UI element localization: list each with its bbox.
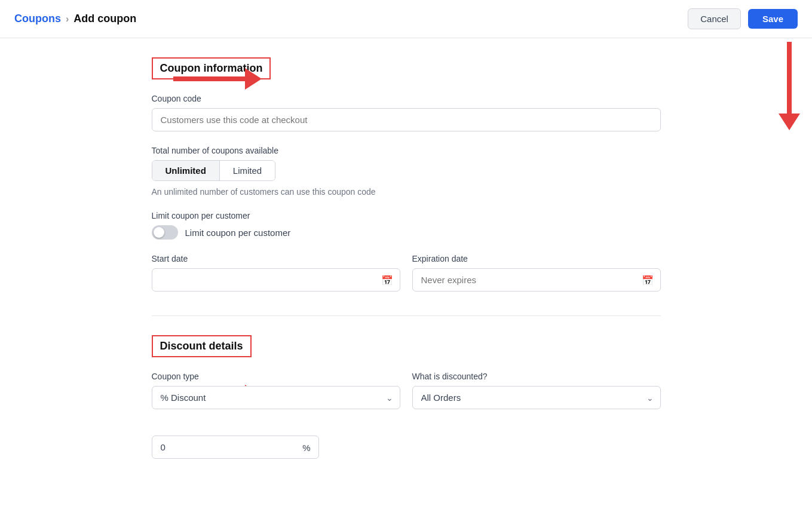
expiration-date-input[interactable] [412, 268, 661, 292]
section-divider [152, 315, 661, 316]
coupon-information-section: Coupon information Coupon code Total num… [152, 57, 661, 292]
total-coupons-label: Total number of coupons available [152, 146, 661, 155]
discount-details-section: Discount details Coupon type % Discount … [152, 335, 661, 459]
what-discounted-label: What is discounted? [412, 372, 661, 381]
coupon-type-field: Coupon type % Discount $ Discount Free S… [152, 372, 400, 409]
start-date-field: Start date 📅 [152, 254, 400, 292]
discount-value-field: % [152, 436, 319, 459]
limit-per-customer-field: Limit coupon per customer Limit coupon p… [152, 211, 661, 240]
main-content: Coupon information Coupon code Total num… [137, 38, 675, 502]
breadcrumb: Coupons › Add coupon [14, 13, 136, 25]
annotation-arrow-coupon [173, 68, 262, 90]
coupon-type-select[interactable]: % Discount $ Discount Free Shipping [152, 386, 400, 409]
percent-suffix: % [302, 442, 310, 452]
unlimited-helper-text: An unlimited number of customers can use… [152, 187, 661, 197]
start-date-input-wrap: 📅 [152, 268, 400, 292]
coupon-code-field: Coupon code [152, 94, 661, 131]
limited-button[interactable]: Limited [220, 161, 275, 180]
limit-toggle-label: Limit coupon per customer [185, 228, 291, 238]
discount-section-title: Discount details [152, 335, 252, 357]
date-row: Start date 📅 Expiration date 📅 [152, 254, 661, 292]
coupons-link[interactable]: Coupons [14, 13, 61, 25]
toggle-slider [152, 225, 178, 240]
unlimited-button[interactable]: Unlimited [152, 161, 220, 180]
coupon-code-input[interactable] [152, 108, 661, 131]
coupon-limit-toggle-group: Unlimited Limited [152, 160, 276, 181]
limit-toggle-row: Limit coupon per customer [152, 225, 661, 240]
cancel-button[interactable]: Cancel [688, 8, 741, 29]
page-title: Add coupon [73, 13, 136, 25]
start-date-label: Start date [152, 254, 400, 263]
breadcrumb-separator: › [66, 14, 69, 24]
coupon-type-label: Coupon type [152, 372, 400, 381]
coupon-code-label: Coupon code [152, 94, 661, 103]
total-coupons-field: Total number of coupons available Unlimi… [152, 146, 661, 197]
expiration-date-field: Expiration date 📅 [412, 254, 661, 292]
save-button[interactable]: Save [748, 9, 798, 29]
expiration-date-label: Expiration date [412, 254, 661, 263]
expiration-date-input-wrap: 📅 [412, 268, 661, 292]
limit-per-customer-label: Limit coupon per customer [152, 211, 661, 220]
what-discounted-field: What is discounted? All Orders Specific … [412, 372, 661, 409]
discount-value-row: % [152, 436, 661, 459]
header-actions: Cancel Save [688, 8, 798, 29]
what-discounted-select[interactable]: All Orders Specific Products Specific Ca… [412, 386, 661, 409]
limit-toggle-switch[interactable] [152, 225, 178, 240]
discount-value-input[interactable] [152, 436, 319, 459]
what-discounted-select-wrap: All Orders Specific Products Specific Ca… [412, 386, 661, 409]
page-header: Coupons › Add coupon Cancel Save [0, 0, 812, 38]
start-date-input[interactable] [152, 268, 400, 292]
discount-type-row: Coupon type % Discount $ Discount Free S… [152, 372, 661, 424]
coupon-type-select-wrap: % Discount $ Discount Free Shipping ⌄ [152, 386, 400, 409]
annotation-arrow-save [779, 42, 800, 130]
